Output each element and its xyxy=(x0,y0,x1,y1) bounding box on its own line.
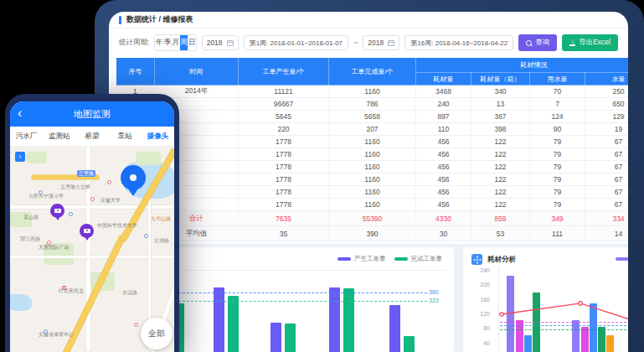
selected-camera-pin[interactable] xyxy=(121,165,146,190)
period-button-日[interactable]: 日 xyxy=(188,35,196,50)
search-button[interactable]: 查询 xyxy=(518,34,557,51)
subcol: 耗材量（箱） xyxy=(471,73,530,85)
search-icon xyxy=(526,40,532,46)
map-poi-marker xyxy=(47,241,51,245)
table-row: 5177811604561227967 xyxy=(116,136,629,148)
map-label: 太湖路 xyxy=(154,237,169,245)
map-park xyxy=(136,152,161,165)
phone-tab-bar: 污水厂监测站桥梁泵站摄像头 xyxy=(10,127,174,147)
year-end-select[interactable]: 2018 xyxy=(363,35,399,50)
map-park xyxy=(27,152,47,163)
table-row: 356455658897367124129 xyxy=(116,111,629,123)
camera-pin[interactable] xyxy=(50,204,64,218)
y-axis-line xyxy=(498,267,499,352)
chart-bar xyxy=(285,324,296,352)
map-label: 合肥市宁溪小学 xyxy=(28,193,64,200)
download-icon: ↓ xyxy=(569,39,575,45)
map-poi-marker xyxy=(107,180,111,184)
period-button-周[interactable]: 周 xyxy=(179,35,188,50)
map-poi-marker xyxy=(44,329,48,334)
legend-swatch-partial xyxy=(616,257,628,261)
col-created: 工单产生量/个 xyxy=(239,58,329,85)
year-start-value: 2018 xyxy=(207,39,223,47)
show-all-button[interactable]: 全部 xyxy=(141,318,173,349)
chart-bar xyxy=(598,327,605,352)
table-row: 7177811604561227967 xyxy=(116,161,629,173)
y-axis-tick: 120 xyxy=(475,311,490,317)
chart-bar xyxy=(507,276,514,352)
table-row: 8177811604561227967 xyxy=(116,173,629,186)
table-row: 296667786240137650 xyxy=(116,98,629,111)
map-label: 望江西路 xyxy=(20,236,40,243)
phone-tab-泵站[interactable]: 泵站 xyxy=(109,132,142,142)
y-axis-tick: 40 xyxy=(475,340,490,346)
map-poi-marker xyxy=(134,323,138,327)
export-button-label: 导出Excel xyxy=(579,38,611,48)
reference-line xyxy=(500,329,628,330)
map-label: 黄山路 xyxy=(23,214,39,221)
map-poi-marker xyxy=(90,197,95,201)
map-canvas[interactable]: › 全部 三里庵五里墩立交桥合肥市宁溪小学安徽大学黄山路中国科学技术大学望江西路… xyxy=(10,147,174,352)
chart-bar xyxy=(404,336,415,352)
phone-tab-摄像头[interactable]: 摄像头 xyxy=(142,132,174,142)
camera-pin[interactable] xyxy=(80,224,94,238)
period-button-季[interactable]: 季 xyxy=(163,35,172,50)
consumables-chart-card: 耗材分析 2402001601208040 xyxy=(463,247,628,352)
chart-bar xyxy=(228,296,239,352)
chart-gridline xyxy=(132,270,447,271)
y-axis-tick: 240 xyxy=(475,267,490,273)
search-button-label: 查询 xyxy=(535,38,549,48)
year-start-select[interactable]: 2018 xyxy=(202,35,239,50)
week-end-input[interactable]: 第16周: 2018-04-16~2018-04-22 xyxy=(404,35,513,50)
legend-item: 产生工单量 xyxy=(337,255,386,263)
phone-page-title: 地图监测 xyxy=(74,108,111,121)
expand-icon[interactable]: › xyxy=(15,152,25,162)
map-water xyxy=(10,294,32,311)
period-button-月[interactable]: 月 xyxy=(171,35,179,50)
report-table: 序号 时间 工单产生量/个 工单完成量/个 耗材情况 耗材量耗材量（箱）用水量水… xyxy=(116,57,628,241)
table-body: 12014年1112111603468340702502966677862401… xyxy=(116,85,629,241)
phone-tab-桥梁[interactable]: 桥梁 xyxy=(75,132,108,142)
period-group: 年季月周日 xyxy=(154,34,196,51)
legend-item: 完成工单量 xyxy=(394,255,443,263)
map-poi-marker xyxy=(62,286,66,290)
period-button-年[interactable]: 年 xyxy=(155,35,162,50)
back-icon[interactable]: ‹ xyxy=(18,105,22,122)
chart-bar xyxy=(214,287,224,352)
subcol: 耗材量 xyxy=(416,73,471,85)
map-label: 东流路 xyxy=(122,289,137,297)
map-label: 大唐国际广场 xyxy=(39,244,69,251)
col-completed: 工单完成量/个 xyxy=(329,58,416,85)
map-label: 九华山路 xyxy=(151,215,171,223)
report-table-wrap: 序号 时间 工单产生量/个 工单完成量/个 耗材情况 耗材量耗材量（箱）用水量水… xyxy=(116,57,628,245)
table-row: 9177811604561227967 xyxy=(116,186,629,199)
subcol: 水量 xyxy=(585,73,629,85)
chart-bar xyxy=(329,287,340,352)
chart-bar xyxy=(524,335,532,352)
y-axis-tick: 80 xyxy=(475,325,490,331)
map-label: 安徽大学 xyxy=(100,197,121,204)
table-row: 42202071103989019 xyxy=(116,123,629,136)
reference-line xyxy=(500,325,628,326)
reference-line-label: 360 xyxy=(429,289,454,295)
export-excel-button[interactable]: ↓ 导出Excel xyxy=(562,34,618,51)
phone-tab-污水厂[interactable]: 污水厂 xyxy=(10,132,43,142)
map-poi-marker xyxy=(39,190,43,194)
table-total-row: 合计7635553904330859349334 xyxy=(116,211,629,226)
table-header: 序号 时间 工单产生量/个 工单完成量/个 耗材情况 耗材量耗材量（箱）用水量水… xyxy=(116,58,629,85)
phone-tab-监测站[interactable]: 监测站 xyxy=(43,132,75,142)
chart-bar xyxy=(343,288,354,352)
year-end-value: 2018 xyxy=(368,39,384,47)
map-label: 中国科学技术大学 xyxy=(97,222,137,230)
map-label: 三里庵 xyxy=(77,170,95,177)
phone-mockup: ‹ 地图监测 污水厂监测站桥梁泵站摄像头 › xyxy=(5,94,179,352)
table-row: 12014年111211160346834070250 xyxy=(116,85,629,98)
chart-bar xyxy=(581,327,589,352)
chart-bar xyxy=(606,335,614,352)
phone-screen: ‹ 地图监测 污水厂监测站桥梁泵站摄像头 › xyxy=(10,101,174,352)
chart-bar xyxy=(270,323,281,352)
reference-line-label: 323 xyxy=(429,298,454,303)
week-start-input[interactable]: 第1周: 2018-01-01~2018-01-07 xyxy=(244,35,348,50)
dashboard-panel: 数据统计 / 维修报表 统计周期: 年季月周日 2018 第1周: 2018-0… xyxy=(109,12,628,352)
range-separator: ~ xyxy=(353,39,358,47)
